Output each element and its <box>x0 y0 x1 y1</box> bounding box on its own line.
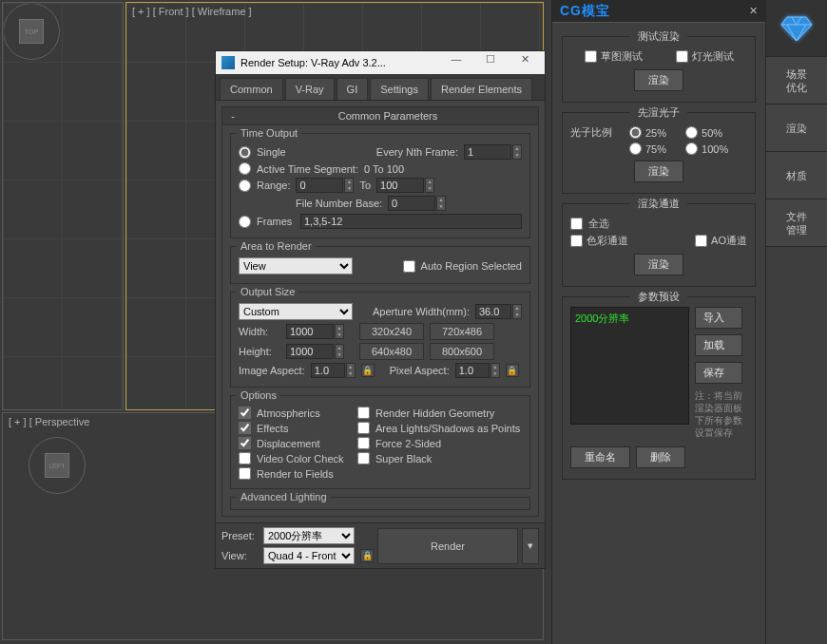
check-color-channel[interactable] <box>570 235 583 247</box>
spinner-width[interactable]: ▲▼ <box>286 324 344 339</box>
dialog-titlebar[interactable]: Render Setup: V-Ray Adv 3.2... — ☐ ✕ <box>216 51 545 74</box>
viewport-front-label[interactable]: [ + ] [ Front ] [ Wireframe ] <box>132 6 252 17</box>
check-auto-region[interactable] <box>403 260 415 273</box>
preset-320x240[interactable]: 320x240 <box>359 323 424 340</box>
cg-logo: CG模宝 <box>560 3 610 20</box>
tab-settings[interactable]: Settings <box>370 78 429 100</box>
spinner-aperture[interactable]: ▲▼ <box>475 304 522 319</box>
load-button[interactable]: 加载 <box>695 334 742 356</box>
svg-marker-0 <box>781 17 812 41</box>
spinner-image-aspect[interactable]: ▲▼ <box>311 363 356 378</box>
maximize-button[interactable]: ☐ <box>476 53 505 72</box>
radio-frames[interactable] <box>239 216 251 228</box>
lock-view-icon[interactable]: 🔒 <box>360 549 374 562</box>
right-rail: 场景 优化 渲染 材质 文件 管理 <box>765 0 827 644</box>
dialog-title: Render Setup: V-Ray Adv 3.2... <box>240 57 386 68</box>
check-effects[interactable] <box>239 422 251 434</box>
import-button[interactable]: 导入 <box>695 307 742 329</box>
rail-material[interactable]: 材质 <box>766 152 827 199</box>
render-setup-dialog: Render Setup: V-Ray Adv 3.2... — ☐ ✕ Com… <box>215 50 546 569</box>
check-super-black[interactable] <box>357 452 370 464</box>
tab-vray[interactable]: V-Ray <box>285 78 335 100</box>
input-frames[interactable] <box>300 214 522 229</box>
preset-640x480[interactable]: 640x480 <box>359 343 424 360</box>
spinner-range-from[interactable]: ▲▼ <box>296 178 354 193</box>
spinner-pixel-aspect[interactable]: ▲▼ <box>455 363 500 378</box>
check-area-lights[interactable] <box>357 422 370 434</box>
rail-scene-optimize[interactable]: 场景 优化 <box>766 57 827 104</box>
check-displacement[interactable] <box>239 437 251 449</box>
rail-render[interactable]: 渲染 <box>766 104 827 152</box>
tab-common[interactable]: Common <box>220 78 283 100</box>
minimize-button[interactable]: — <box>442 53 471 72</box>
radio-photon-100[interactable] <box>685 142 698 155</box>
preset-list-item[interactable]: 2000分辨率 <box>575 312 684 326</box>
check-light-test[interactable] <box>676 50 688 63</box>
radio-photon-50[interactable] <box>685 126 698 139</box>
save-button[interactable]: 保存 <box>695 362 742 384</box>
hint-text: 注：将当前 渲染器面板 下所有参数 设置保存 <box>695 389 742 439</box>
select-view[interactable]: Quad 4 - Front <box>263 547 355 564</box>
check-sketch-test[interactable] <box>585 50 597 63</box>
select-area[interactable]: View <box>239 257 353 275</box>
cg-panel: CG模宝 ✕ 测试渲染 草图测试 灯光测试 渲染 先渲光子 光子比例 25% 5… <box>551 0 765 644</box>
rail-file-manage[interactable]: 文件 管理 <box>766 199 827 247</box>
viewport-pers-label[interactable]: [ + ] [ Perspective <box>9 416 89 427</box>
cg-close-button[interactable]: ✕ <box>749 5 758 17</box>
delete-button[interactable]: 删除 <box>636 446 685 468</box>
render-channel-button[interactable]: 渲染 <box>634 254 683 275</box>
spinner-every-nth[interactable]: ▲▼ <box>464 144 522 160</box>
diamond-icon[interactable] <box>766 0 827 57</box>
preset-800x600[interactable]: 800x600 <box>430 343 494 360</box>
check-render-to-fields[interactable] <box>239 467 251 480</box>
render-test-button[interactable]: 渲染 <box>634 69 683 91</box>
render-button[interactable]: Render <box>377 528 518 564</box>
spinner-range-to[interactable]: ▲▼ <box>376 178 434 193</box>
tab-gi[interactable]: GI <box>337 78 369 100</box>
rollup-common-params[interactable]: - Common Parameters <box>222 107 538 125</box>
viewport-top[interactable]: TOP <box>2 2 124 410</box>
radio-active-segment[interactable] <box>239 162 251 175</box>
lock-image-aspect-icon[interactable]: 🔒 <box>361 364 375 377</box>
select-preset[interactable]: 2000分辨率 <box>263 527 355 544</box>
check-hidden-geometry[interactable] <box>357 407 370 419</box>
radio-photon-25[interactable] <box>629 126 642 139</box>
select-output-size[interactable]: Custom <box>239 303 353 320</box>
viewcube-left[interactable]: LEFT <box>29 437 86 494</box>
check-force-2sided[interactable] <box>357 437 370 449</box>
close-button[interactable]: ✕ <box>510 53 539 72</box>
dialog-icon <box>221 56 235 69</box>
radio-single[interactable] <box>239 146 251 159</box>
preset-list[interactable]: 2000分辨率 <box>570 307 689 425</box>
check-select-all[interactable] <box>570 218 583 230</box>
radio-photon-75[interactable] <box>629 142 642 155</box>
tab-render-elements[interactable]: Render Elements <box>431 78 532 100</box>
check-ao-channel[interactable] <box>695 235 707 247</box>
spinner-file-base[interactable]: ▲▼ <box>388 196 446 211</box>
render-dropdown-button[interactable]: ▾ <box>522 528 539 564</box>
spinner-height[interactable]: ▲▼ <box>286 344 344 359</box>
check-video-color[interactable] <box>239 452 251 464</box>
lock-pixel-aspect-icon[interactable]: 🔒 <box>506 364 519 377</box>
render-photon-button[interactable]: 渲染 <box>634 161 683 182</box>
radio-range[interactable] <box>239 180 251 192</box>
preset-720x486[interactable]: 720x486 <box>430 323 494 340</box>
rename-button[interactable]: 重命名 <box>570 446 630 468</box>
tabs: Common V-Ray GI Settings Render Elements <box>216 74 545 101</box>
check-atmospherics[interactable] <box>239 407 251 419</box>
